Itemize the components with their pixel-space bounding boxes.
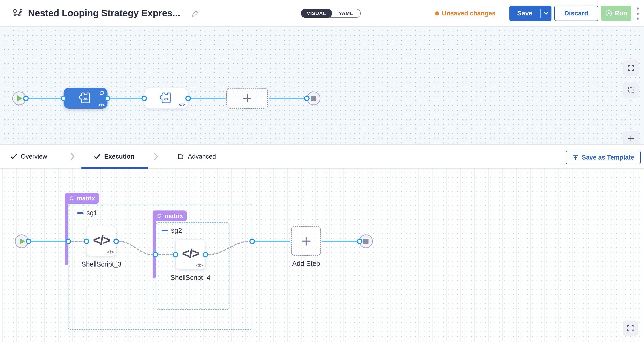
start-node — [12, 92, 26, 105]
custom-stage-icon: </> — [78, 92, 92, 105]
svg-text:</>: </> — [164, 97, 169, 101]
run-label: Run — [614, 10, 627, 17]
code-badge-icon: </> — [196, 263, 203, 268]
plus-icon — [300, 235, 312, 247]
shell-script-icon: </> — [93, 232, 110, 248]
unsaved-text: Unsaved changes — [442, 10, 496, 17]
looping-strategy-icon — [98, 90, 105, 97]
chevron-down-icon — [544, 12, 549, 15]
tab-advanced[interactable]: Advanced — [177, 144, 216, 168]
run-play-icon — [605, 10, 612, 17]
execution-graph-canvas[interactable]: matrix sg1 matrix sg2 </> </> Shell — [0, 169, 644, 342]
fullscreen-button[interactable] — [623, 60, 639, 76]
chevron-right-icon — [70, 152, 75, 162]
header: Nested Looping Strategy Expres... VISUAL… — [0, 0, 644, 27]
zoom-in-button[interactable] — [623, 131, 639, 146]
stage-node-custom-stage[interactable]: </> </> — [64, 88, 108, 109]
edit-title-icon[interactable] — [192, 9, 200, 17]
stage-node-cs0[interactable]: </> </> — [144, 88, 188, 109]
end-node — [307, 92, 320, 105]
collapse-icon[interactable] — [162, 230, 168, 231]
upload-icon — [572, 154, 579, 161]
chevron-right-icon — [154, 152, 159, 162]
step-node-shellscript-3[interactable]: </> </> — [86, 226, 116, 256]
add-step-label: Add Step — [274, 260, 339, 268]
save-button[interactable]: Save — [510, 10, 540, 17]
page-title: Nested Looping Strategy Expres... — [28, 8, 180, 18]
run-button[interactable]: Run — [601, 6, 632, 21]
toggle-visual[interactable]: VISUAL — [301, 9, 332, 18]
stage-graph-canvas[interactable]: </> </> custom_stage </> </> — [0, 27, 644, 144]
advanced-gear-doc-icon — [177, 153, 184, 160]
stage-config-tabbar: Overview Execution Advanced Save as Temp… — [0, 144, 644, 169]
stepgroup-sg1-label[interactable]: sg1 — [77, 209, 98, 217]
step-label: ShellScript_4 — [158, 274, 223, 282]
step-label: ShellScript_3 — [69, 260, 134, 268]
tab-overview[interactable]: Overview — [10, 144, 47, 168]
step-node-shellscript-4[interactable]: </> </> — [176, 240, 206, 269]
matrix-badge-sg2[interactable]: matrix — [152, 210, 187, 221]
plus-icon — [627, 135, 635, 142]
multi-select-button[interactable] — [623, 82, 639, 98]
more-options-button[interactable] — [635, 8, 640, 20]
pipeline-studio: Nested Looping Strategy Expres... VISUAL… — [0, 0, 644, 342]
tab-execution[interactable]: Execution — [94, 144, 134, 168]
code-badge-icon: </> — [98, 102, 105, 108]
collapse-icon[interactable] — [77, 212, 84, 214]
stepgroup-sg1-bar — [65, 200, 68, 266]
code-badge-icon: </> — [179, 102, 185, 108]
fullscreen-icon — [627, 64, 635, 72]
active-tab-underline — [81, 167, 148, 169]
unsaved-changes: Unsaved changes — [435, 0, 496, 27]
save-split-button: Save — [510, 6, 552, 21]
unsaved-dot-icon — [435, 12, 439, 16]
check-icon — [94, 154, 100, 159]
plus-icon — [242, 93, 252, 104]
fullscreen-button[interactable] — [623, 320, 638, 336]
matrix-badge-sg1[interactable]: matrix — [65, 193, 99, 204]
discard-button[interactable]: Discard — [554, 6, 598, 21]
stage-connectors — [0, 27, 644, 144]
fullscreen-icon — [626, 324, 634, 332]
add-step-button[interactable] — [291, 226, 321, 256]
stepgroup-sg2-bar — [152, 218, 156, 278]
toggle-yaml[interactable]: YAML — [332, 9, 360, 17]
custom-stage-icon: </> — [159, 92, 173, 105]
save-as-template-button[interactable]: Save as Template — [566, 151, 641, 164]
end-node — [360, 235, 372, 248]
code-badge-icon: </> — [107, 250, 114, 255]
visual-yaml-toggle: VISUAL YAML — [301, 9, 361, 18]
stepgroup-sg2-label[interactable]: sg2 — [162, 226, 182, 234]
shell-script-icon: </> — [182, 246, 199, 261]
pipeline-icon — [12, 8, 23, 19]
start-node — [15, 235, 28, 248]
svg-text:</>: </> — [83, 97, 88, 101]
marquee-select-icon — [627, 86, 635, 94]
add-stage-button[interactable] — [226, 88, 268, 109]
save-dropdown-button[interactable] — [541, 12, 552, 15]
check-icon — [10, 154, 17, 159]
loop-icon — [68, 195, 74, 201]
loop-icon — [156, 213, 162, 219]
